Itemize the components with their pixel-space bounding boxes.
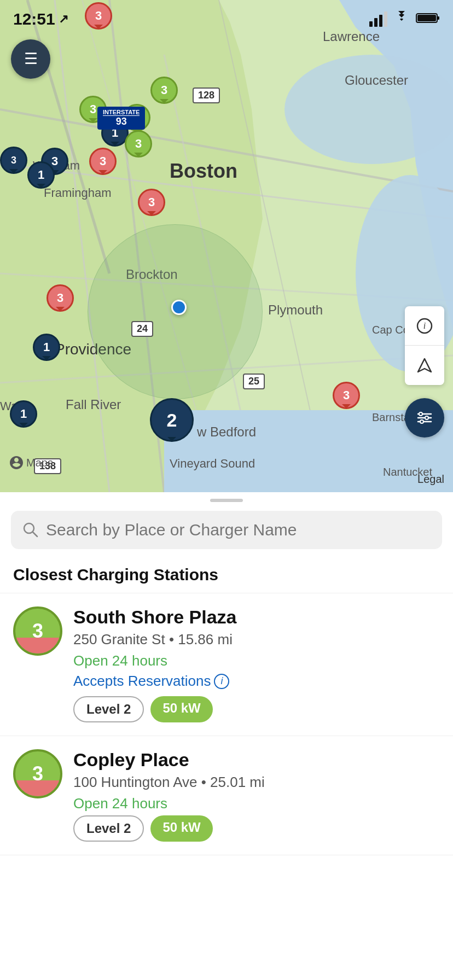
charger-marker[interactable]: 3 <box>150 77 178 104</box>
map-view[interactable]: Lawrence Gloucester Boston Brockton Plym… <box>0 0 453 492</box>
charger-count: 3 <box>32 620 43 643</box>
station-icon-copley: 3 <box>13 749 62 798</box>
station-info-copley: Copley Place 100 Huntington Ave • 25.01 … <box>73 749 440 842</box>
sheet-handle <box>210 499 243 502</box>
charger-marker[interactable]: 3 <box>333 382 360 409</box>
charger-marker[interactable]: 3 <box>125 130 152 158</box>
menu-button[interactable]: ☰ <box>11 39 50 79</box>
station-address: 250 Granite St • 15.86 mi <box>73 631 440 648</box>
info-button[interactable]: i <box>405 306 444 346</box>
charger-marker[interactable]: 1 <box>27 161 55 189</box>
apple-maps-logo: Maps <box>9 455 53 470</box>
svg-point-42 <box>420 420 423 423</box>
road-sign-93: INTERSTATE 93 <box>97 107 145 130</box>
charger-marker[interactable]: 3 <box>85 2 112 30</box>
station-hours: Open 24 hours <box>73 795 440 812</box>
charger-marker[interactable]: 3 <box>138 189 165 216</box>
svg-text:Plymouth: Plymouth <box>268 302 323 317</box>
search-input[interactable] <box>46 521 431 539</box>
station-name: Copley Place <box>73 749 440 771</box>
level2-tag: Level 2 <box>73 815 144 842</box>
charger-marker[interactable]: 1 <box>10 400 37 428</box>
maps-label: Maps <box>26 457 53 469</box>
svg-point-40 <box>419 412 422 416</box>
charger-marker[interactable]: 3 <box>0 147 27 174</box>
station-tags: Level 2 50 kW <box>73 815 440 842</box>
svg-line-44 <box>33 532 37 536</box>
svg-text:Vineyard Sound: Vineyard Sound <box>170 457 255 470</box>
station-item[interactable]: 3 Copley Place 100 Huntington Ave • 25.0… <box>0 736 453 855</box>
station-name: South Shore Plaza <box>73 606 440 628</box>
svg-text:Fall River: Fall River <box>66 397 121 412</box>
svg-text:Lawrence: Lawrence <box>323 29 380 44</box>
station-reservations[interactable]: Accepts Reservations i <box>73 673 440 690</box>
bottom-sheet: Closest Charging Stations 3 South Shore … <box>0 499 453 866</box>
charger-marker[interactable]: 3 <box>89 148 117 175</box>
svg-point-41 <box>425 416 428 419</box>
station-icon-south-shore: 3 <box>13 606 62 656</box>
search-bar[interactable] <box>11 511 442 549</box>
svg-marker-36 <box>418 359 431 372</box>
station-address: 100 Huntington Ave • 25.01 mi <box>73 774 440 791</box>
power-tag: 50 kW <box>150 696 212 722</box>
svg-point-16 <box>284 55 453 164</box>
charger-count: 3 <box>32 762 43 785</box>
station-info-south-shore: South Shore Plaza 250 Granite St • 15.86… <box>73 606 440 722</box>
apple-icon <box>9 455 24 470</box>
reservations-info-icon[interactable]: i <box>214 674 229 689</box>
charger-marker[interactable]: 3 <box>47 284 74 312</box>
station-hours: Open 24 hours <box>73 652 440 669</box>
svg-text:Boston: Boston <box>170 160 237 182</box>
road-sign-25: 25 <box>243 374 265 389</box>
section-title: Closest Charging Stations <box>0 560 453 593</box>
navigate-button[interactable] <box>405 346 444 385</box>
road-sign-128: 128 <box>193 88 220 103</box>
current-location-dot <box>171 300 187 315</box>
svg-text:i: i <box>423 321 426 330</box>
road-sign-24: 24 <box>131 321 153 337</box>
navigate-icon <box>416 357 433 374</box>
station-tags: Level 2 50 kW <box>73 696 440 722</box>
svg-text:Gloucester: Gloucester <box>345 73 408 88</box>
hamburger-icon: ☰ <box>24 51 38 67</box>
charger-marker[interactable]: 2 <box>150 398 194 442</box>
filter-button[interactable] <box>405 398 444 438</box>
search-icon <box>22 521 39 539</box>
station-item[interactable]: 3 South Shore Plaza 250 Granite St • 15.… <box>0 593 453 736</box>
legal-label[interactable]: Legal <box>417 473 444 486</box>
power-tag: 50 kW <box>150 815 212 842</box>
level2-tag: Level 2 <box>73 696 144 722</box>
svg-text:w Bedford: w Bedford <box>196 424 256 439</box>
filter-icon <box>415 408 434 428</box>
charger-marker[interactable]: 1 <box>33 334 60 361</box>
info-icon: i <box>416 317 433 335</box>
map-controls: i <box>405 306 444 385</box>
